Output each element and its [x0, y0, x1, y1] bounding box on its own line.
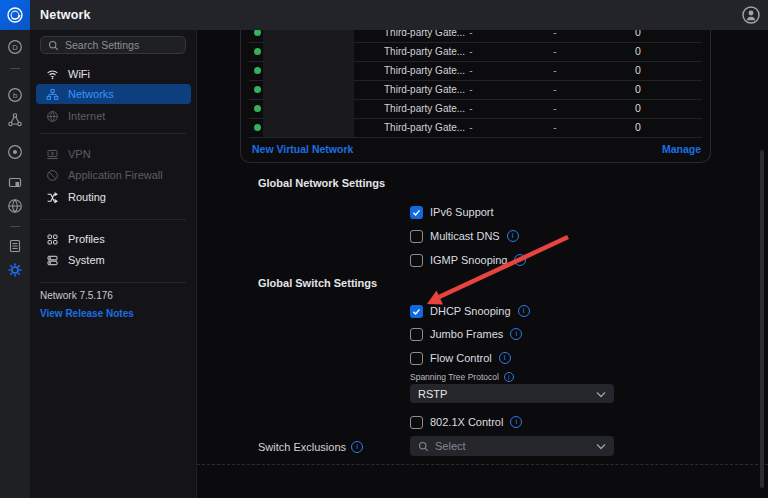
system-icon: [46, 254, 59, 267]
search-placeholder: Search Settings: [65, 39, 139, 51]
info-icon[interactable]: i: [504, 372, 514, 382]
profiles-icon: [46, 233, 59, 246]
network-type: Third-party Gate...: [384, 99, 465, 118]
checkbox-unchecked[interactable]: [410, 328, 423, 341]
8021x-control-row[interactable]: 802.1X Control i: [410, 415, 522, 429]
search-settings-input[interactable]: Search Settings: [40, 36, 186, 54]
cell-b: -: [547, 42, 563, 61]
info-icon[interactable]: i: [507, 230, 519, 242]
page-title: Network: [40, 0, 91, 30]
cell-b: -: [547, 61, 563, 80]
cell-a: -: [463, 99, 479, 118]
flow-control-row[interactable]: Flow Control i: [410, 351, 511, 365]
unifi-network-settings-screen: Network D b: [0, 0, 768, 498]
protect-icon[interactable]: [7, 144, 23, 160]
virtual-networks-table: Third-party Gate... - - 0 Third-party Ga…: [240, 30, 711, 163]
sidebar-item-system[interactable]: System: [36, 250, 191, 270]
cell-c: 0: [630, 30, 646, 42]
spanning-tree-protocol-select[interactable]: RSTP: [410, 384, 614, 403]
sidebar-item-routing[interactable]: Routing: [36, 187, 191, 207]
cell-b: -: [547, 118, 563, 137]
sidebar-divider: [40, 282, 186, 283]
checkbox-label: DHCP Snooping: [430, 305, 511, 317]
network-type: Third-party Gate...: [384, 61, 465, 80]
settings-sidebar: Search Settings WiFi Networks Internet: [30, 30, 197, 498]
globe-icon: [46, 110, 59, 123]
cell-b: -: [547, 80, 563, 99]
info-icon[interactable]: i: [518, 305, 530, 317]
wifi-icon: [46, 68, 59, 81]
network-type: Third-party Gate...: [384, 118, 465, 137]
igmp-snooping-row[interactable]: IGMP Snooping i: [410, 253, 526, 267]
status-dot-green: [254, 105, 261, 112]
checkbox-label: 802.1X Control: [430, 416, 503, 428]
manage-link[interactable]: Manage: [662, 143, 701, 155]
section-divider: [197, 464, 768, 465]
field-label-text: Switch Exclusions: [258, 441, 346, 453]
scrollbar-thumb[interactable]: [760, 150, 764, 488]
sidebar-item-application-firewall[interactable]: Application Firewall: [36, 165, 191, 185]
status-dot-green: [254, 67, 261, 74]
logs-icon[interactable]: [7, 238, 23, 254]
checkbox-label: Flow Control: [430, 352, 492, 364]
status-dot-green: [254, 124, 261, 131]
cell-a: -: [463, 30, 479, 42]
checkbox-unchecked[interactable]: [410, 416, 423, 429]
sidebar-item-label: Application Firewall: [68, 169, 163, 181]
info-icon[interactable]: i: [510, 328, 522, 340]
checkbox-unchecked[interactable]: [410, 254, 423, 267]
global-network-settings-heading: Global Network Settings: [258, 177, 385, 189]
unifi-logo[interactable]: [0, 0, 30, 30]
row-divider: [249, 137, 702, 138]
sidebar-item-label: VPN: [68, 148, 91, 160]
settings-gear-icon[interactable]: [7, 262, 23, 278]
multicast-dns-row[interactable]: Multicast DNS i: [410, 229, 519, 243]
topology-icon[interactable]: [7, 112, 23, 128]
checkbox-unchecked[interactable]: [410, 230, 423, 243]
new-virtual-network-link[interactable]: New Virtual Network: [252, 143, 353, 155]
cell-a: -: [463, 42, 479, 61]
jumbo-frames-row[interactable]: Jumbo Frames i: [410, 327, 522, 341]
version-text: Network 7.5.176: [40, 290, 113, 301]
dhcp-snooping-row[interactable]: DHCP Snooping i: [410, 304, 530, 318]
cell-a: -: [463, 80, 479, 99]
sidebar-item-networks[interactable]: Networks: [36, 84, 191, 104]
cell-c: 0: [630, 42, 646, 61]
cell-c: 0: [630, 80, 646, 99]
checkbox-checked[interactable]: [410, 305, 423, 318]
status-dot-green: [254, 86, 261, 93]
network-type: Third-party Gate...: [384, 30, 465, 42]
rail-divider: [10, 68, 20, 69]
svg-text:b: b: [13, 91, 17, 100]
checkbox-checked[interactable]: [410, 206, 423, 219]
cell-c: 0: [630, 99, 646, 118]
sidebar-item-profiles[interactable]: Profiles: [36, 229, 191, 249]
sidebar-item-wifi[interactable]: WiFi: [36, 64, 191, 84]
wifiman-icon[interactable]: [7, 198, 23, 214]
checkbox-label: Multicast DNS: [430, 230, 500, 242]
check-icon: [412, 208, 421, 217]
checkbox-label: IGMP Snooping: [430, 254, 507, 266]
info-icon[interactable]: i: [514, 254, 526, 266]
global-switch-settings-heading: Global Switch Settings: [258, 277, 377, 289]
account-icon[interactable]: [742, 6, 760, 24]
info-icon[interactable]: i: [351, 441, 363, 453]
svg-text:D: D: [12, 43, 18, 52]
dashboard-icon[interactable]: D: [7, 39, 23, 55]
sidebar-item-label: Profiles: [68, 233, 105, 245]
check-icon: [412, 307, 421, 316]
sidebar-item-internet[interactable]: Internet: [36, 106, 191, 126]
info-icon[interactable]: i: [510, 416, 522, 428]
view-release-notes-link[interactable]: View Release Notes: [40, 308, 134, 319]
checkbox-unchecked[interactable]: [410, 352, 423, 365]
app-rail: D b: [0, 30, 30, 498]
ipv6-support-row[interactable]: IPv6 Support: [410, 205, 494, 219]
unifi-network-icon[interactable]: b: [7, 87, 23, 103]
cell-b: -: [547, 30, 563, 42]
switch-exclusions-select[interactable]: Select: [410, 436, 614, 456]
info-icon[interactable]: i: [499, 352, 511, 364]
console-icon[interactable]: [7, 175, 23, 191]
status-dot-green: [254, 30, 261, 36]
top-bar: Network: [0, 0, 768, 30]
sidebar-item-vpn[interactable]: VPN: [36, 144, 191, 164]
